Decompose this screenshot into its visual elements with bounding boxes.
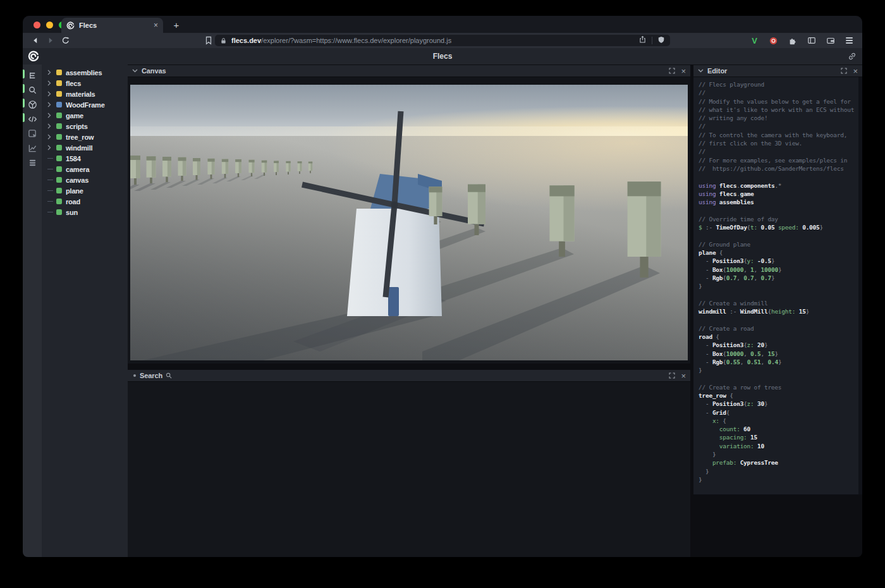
leaf-dash-icon: [47, 201, 56, 202]
window-minimize-button[interactable]: [46, 21, 53, 28]
expand-chevron-icon[interactable]: [47, 134, 56, 140]
editor-scrollbar[interactable]: [858, 77, 862, 494]
urlbar-divider: [652, 37, 652, 44]
close-icon[interactable]: ×: [853, 67, 858, 75]
entity-color-square: [56, 123, 62, 129]
code-icon[interactable]: [23, 112, 42, 126]
browser-window: Flecs × +: [23, 16, 862, 557]
tree-item-assemblies[interactable]: assemblies: [42, 67, 128, 78]
new-tab-button[interactable]: +: [169, 18, 183, 32]
expand-icon[interactable]: [669, 68, 675, 74]
inspect-cursor-icon[interactable]: [23, 126, 42, 141]
page-title: Flecs: [23, 48, 862, 64]
share-link-icon[interactable]: [848, 52, 857, 61]
window-close-button[interactable]: [34, 21, 40, 28]
tree-item-WoodFrame[interactable]: WoodFrame: [42, 99, 128, 110]
tree-item-tree_row[interactable]: tree_row: [42, 132, 128, 142]
expand-chevron-icon[interactable]: [47, 102, 56, 107]
code-line: - Position3{y: -0.5}: [699, 257, 858, 265]
statistics-chart-icon[interactable]: [23, 141, 42, 156]
tree-item-label: plane: [66, 187, 83, 195]
query-search-icon[interactable]: [23, 83, 42, 97]
tree-item-materials[interactable]: materials: [42, 89, 128, 99]
code-line: using flecs.game: [699, 190, 858, 198]
expand-chevron-icon[interactable]: [47, 70, 56, 75]
tree-item-canvas[interactable]: canvas: [42, 175, 128, 185]
leaf-dash-icon: [47, 212, 56, 213]
collapsed-bullet-icon[interactable]: [133, 374, 136, 377]
entity-color-square: [56, 156, 62, 161]
expand-icon[interactable]: [669, 372, 675, 379]
canvas-3d-scene[interactable]: [130, 85, 688, 360]
expand-chevron-icon[interactable]: [47, 113, 56, 118]
tree-item-camera[interactable]: camera: [42, 164, 128, 175]
tree-item-label: road: [66, 198, 80, 205]
code-line: // To control the camera with the keyboa…: [699, 131, 858, 139]
tab-title: Flecs: [79, 21, 149, 29]
brave-shield-icon[interactable]: [657, 35, 665, 46]
url-bar[interactable]: flecs.dev/explorer/?wasm=https://www.fle…: [215, 35, 670, 46]
tab-strip: Flecs × +: [23, 16, 862, 33]
tree-item-windmill[interactable]: windmill: [42, 142, 128, 153]
forward-button[interactable]: [46, 35, 56, 46]
search-panel: Search ×: [128, 370, 690, 557]
canvas-panel-header[interactable]: Canvas ×: [128, 65, 690, 77]
browser-tab[interactable]: Flecs ×: [61, 18, 163, 33]
commands-stack-icon[interactable]: [23, 156, 42, 170]
code-line: }: [699, 366, 858, 374]
chevron-down-icon[interactable]: [698, 69, 704, 73]
expand-icon[interactable]: [841, 68, 847, 74]
code-line: [699, 173, 858, 181]
tab-close-icon[interactable]: ×: [154, 21, 158, 29]
editor-panel-header[interactable]: Editor ×: [693, 65, 862, 77]
tree-item-plane[interactable]: plane: [42, 185, 128, 196]
code-line: - Box{10000, 0.5, 15}: [699, 350, 858, 358]
code-line: [699, 206, 858, 214]
close-icon[interactable]: ×: [681, 372, 686, 380]
expand-chevron-icon[interactable]: [47, 91, 56, 97]
extensions-puzzle-icon[interactable]: [787, 35, 798, 46]
entity-color-square: [56, 209, 62, 215]
code-line: - Position3{z: 20}: [699, 341, 858, 349]
tree-item-road[interactable]: road: [42, 196, 128, 207]
back-button[interactable]: [30, 35, 40, 46]
leaf-dash-icon: [47, 158, 56, 159]
expand-chevron-icon[interactable]: [47, 145, 56, 150]
active-pill: [23, 113, 25, 122]
tree-item-scripts[interactable]: scripts: [42, 121, 128, 132]
search-panel-header[interactable]: Search ×: [128, 370, 690, 382]
wallet-icon[interactable]: [825, 35, 836, 46]
entity-color-square: [56, 102, 62, 107]
entity-color-square: [56, 166, 62, 172]
code-line: x: {: [699, 417, 858, 425]
entity-tree-icon[interactable]: [23, 68, 42, 83]
code-line: // For more examples, see examples/plecs…: [699, 156, 858, 164]
entity-color-square: [56, 134, 62, 140]
close-icon[interactable]: ×: [681, 67, 686, 75]
entities-3d-icon[interactable]: [23, 97, 42, 112]
editor-panel-title: Editor: [707, 67, 727, 75]
tree-item-1584[interactable]: 1584: [42, 153, 128, 164]
tree-item-label: camera: [66, 166, 89, 173]
extension-v-icon[interactable]: V: [749, 35, 760, 46]
entity-color-square: [56, 70, 62, 75]
expand-chevron-icon[interactable]: [47, 123, 56, 129]
reload-button[interactable]: [61, 35, 71, 46]
code-line: using flecs.components.*: [699, 181, 858, 190]
tree-item-sun[interactable]: sun: [42, 207, 128, 217]
browser-menu-icon[interactable]: [844, 35, 855, 46]
entity-color-square: [56, 145, 62, 150]
code-line: - Rgb{0.55, 0.51, 0.4}: [699, 358, 858, 366]
tree-item-label: scripts: [66, 123, 88, 130]
code-editor[interactable]: // Flecs playground//// Modify the value…: [693, 77, 862, 494]
tree-item-flecs[interactable]: flecs: [42, 78, 128, 89]
code-line: [699, 231, 858, 240]
sidebar-toggle-icon[interactable]: [806, 35, 817, 46]
chevron-down-icon[interactable]: [132, 69, 138, 73]
share-icon[interactable]: [638, 35, 647, 46]
bookmark-icon[interactable]: [204, 35, 214, 46]
code-line: // https://github.com/SanderMertens/flec…: [699, 164, 858, 173]
tree-item-game[interactable]: game: [42, 110, 128, 121]
expand-chevron-icon[interactable]: [47, 80, 56, 86]
extension-red-icon[interactable]: [768, 35, 779, 46]
